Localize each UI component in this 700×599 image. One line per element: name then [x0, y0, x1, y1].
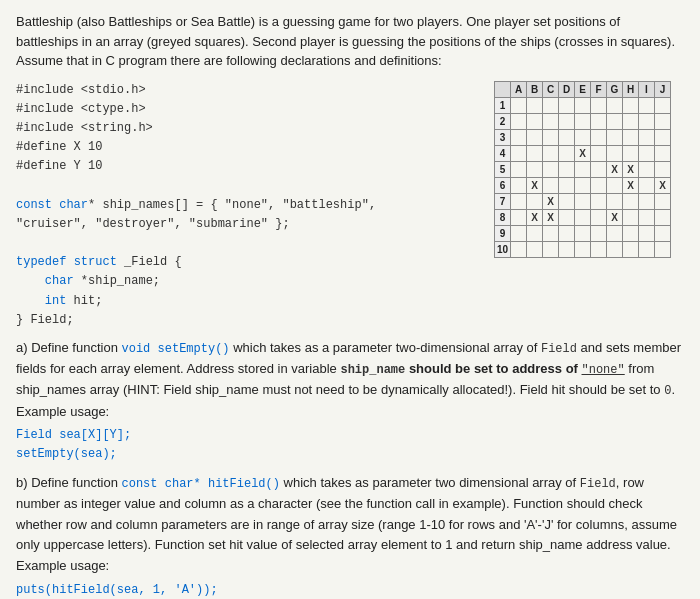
- grid-cell-2-F: [591, 113, 607, 129]
- field-type-a: Field: [541, 342, 577, 356]
- grid-cell-8-J: [655, 209, 671, 225]
- grid-cell-6-H: X: [623, 177, 639, 193]
- grid-cell-3-H: [623, 129, 639, 145]
- col-E: E: [575, 81, 591, 97]
- row-header-2: 2: [495, 113, 511, 129]
- grid-cell-3-J: [655, 129, 671, 145]
- grid-cell-5-G: X: [607, 161, 623, 177]
- grid-cell-3-E: [575, 129, 591, 145]
- grid-cell-1-H: [623, 97, 639, 113]
- section-a-func: void setEmpty(): [122, 342, 230, 356]
- define-y: #define Y 10: [16, 157, 484, 176]
- row-header-8: 8: [495, 209, 511, 225]
- ship-name-var: ship_name: [340, 363, 405, 377]
- row-header-3: 3: [495, 129, 511, 145]
- col-B: B: [527, 81, 543, 97]
- grid-cell-7-B: [527, 193, 543, 209]
- none-str: "none": [582, 363, 625, 377]
- grid-cell-5-D: [559, 161, 575, 177]
- grid-cell-7-F: [591, 193, 607, 209]
- grid-cell-7-E: [575, 193, 591, 209]
- code-block: #include <stdio.h> #include <ctype.h> #i…: [16, 81, 484, 330]
- grid-cell-9-C: [543, 225, 559, 241]
- include-1: #include <stdio.h>: [16, 81, 484, 100]
- grid-cell-3-I: [639, 129, 655, 145]
- grid-cell-2-B: [527, 113, 543, 129]
- col-F: F: [591, 81, 607, 97]
- code-sample-a1: Field sea[X][Y];: [16, 426, 684, 445]
- grid-cell-8-I: [639, 209, 655, 225]
- grid-cell-1-B: [527, 97, 543, 113]
- grid-cell-7-I: [639, 193, 655, 209]
- grid-cell-4-E: X: [575, 145, 591, 161]
- grid-cell-5-E: [575, 161, 591, 177]
- grid-cell-2-H: [623, 113, 639, 129]
- grid-cell-4-C: [543, 145, 559, 161]
- grid-cell-6-C: [543, 177, 559, 193]
- section-a-label: a) Define function: [16, 340, 122, 355]
- grid-cell-1-J: [655, 97, 671, 113]
- col-D: D: [559, 81, 575, 97]
- include-3: #include <string.h>: [16, 119, 484, 138]
- grid-cell-5-H: X: [623, 161, 639, 177]
- grid-cell-4-I: [639, 145, 655, 161]
- grid-cell-9-J: [655, 225, 671, 241]
- grid-cell-8-G: X: [607, 209, 623, 225]
- grid-cell-9-H: [623, 225, 639, 241]
- row-header-5: 5: [495, 161, 511, 177]
- struct-def: typedef struct _Field { char *ship_name;…: [16, 253, 484, 330]
- grid-cell-4-H: [623, 145, 639, 161]
- grid-cell-2-E: [575, 113, 591, 129]
- grid-cell-2-D: [559, 113, 575, 129]
- code-sample-b: puts(hitField(sea, 1, 'A'));: [16, 581, 684, 599]
- grid-cell-10-H: [623, 241, 639, 257]
- grid-cell-7-G: [607, 193, 623, 209]
- grid-cell-10-G: [607, 241, 623, 257]
- section-a-text1: which takes as a parameter two-dimension…: [230, 340, 541, 355]
- grid-cell-10-B: [527, 241, 543, 257]
- col-J: J: [655, 81, 671, 97]
- grid-cell-7-D: [559, 193, 575, 209]
- grid-table: A B C D E F G H I J 1234X5XX6XXX7X8XXX91…: [494, 81, 671, 258]
- grid-cell-4-F: [591, 145, 607, 161]
- ship-names-line1: const char* ship_names[] = { "none", "ba…: [16, 196, 484, 215]
- grid-cell-1-E: [575, 97, 591, 113]
- grid-cell-6-I: [639, 177, 655, 193]
- includes: #include <stdio.h> #include <ctype.h> #i…: [16, 81, 484, 177]
- include-2: #include <ctype.h>: [16, 100, 484, 119]
- grid-cell-1-C: [543, 97, 559, 113]
- grid-cell-9-A: [511, 225, 527, 241]
- grid-cell-8-E: [575, 209, 591, 225]
- grid-cell-10-E: [575, 241, 591, 257]
- grid-cell-6-G: [607, 177, 623, 193]
- grid-cell-5-B: [527, 161, 543, 177]
- grid-cell-8-F: [591, 209, 607, 225]
- col-I: I: [639, 81, 655, 97]
- grid-cell-1-G: [607, 97, 623, 113]
- section-a-text3: should be set to address of: [405, 361, 581, 376]
- row-header-4: 4: [495, 145, 511, 161]
- grid-cell-10-C: [543, 241, 559, 257]
- grid-cell-5-C: [543, 161, 559, 177]
- grid-cell-9-G: [607, 225, 623, 241]
- grid-cell-1-D: [559, 97, 575, 113]
- grid-cell-8-A: [511, 209, 527, 225]
- grid-cell-4-J: [655, 145, 671, 161]
- grid-cell-10-D: [559, 241, 575, 257]
- grid-cell-3-B: [527, 129, 543, 145]
- grid-cell-3-G: [607, 129, 623, 145]
- grid-cell-9-F: [591, 225, 607, 241]
- grid-cell-4-B: [527, 145, 543, 161]
- grid-cell-6-J: X: [655, 177, 671, 193]
- grid-cell-5-F: [591, 161, 607, 177]
- grid-cell-8-B: X: [527, 209, 543, 225]
- grid-cell-2-C: [543, 113, 559, 129]
- intro-paragraph: Battleship (also Battleships or Sea Batt…: [16, 12, 684, 71]
- grid-cell-2-A: [511, 113, 527, 129]
- grid-cell-3-C: [543, 129, 559, 145]
- grid-cell-6-F: [591, 177, 607, 193]
- grid-cell-10-J: [655, 241, 671, 257]
- define-x: #define X 10: [16, 138, 484, 157]
- grid-cell-1-A: [511, 97, 527, 113]
- section-b-func: const char* hitField(): [122, 477, 280, 491]
